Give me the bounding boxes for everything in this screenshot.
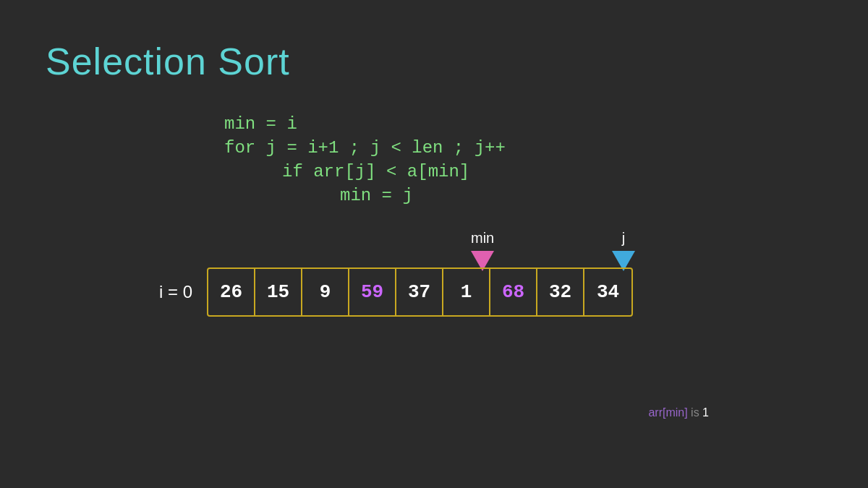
code-text-1: min = i xyxy=(224,114,297,134)
cell-value-6: 68 xyxy=(502,281,524,303)
cell-1: 15 xyxy=(255,269,302,315)
array-container: 26 15 9 59 37 1 68 32 34 xyxy=(207,267,633,317)
cell-value-4: 37 xyxy=(408,281,430,303)
cell-value-1: 15 xyxy=(267,281,289,303)
j-arrow-group: j xyxy=(612,230,635,271)
cell-value-0: 26 xyxy=(220,281,242,303)
annotation: arr[min] is 1 xyxy=(648,406,709,419)
cell-0: 26 xyxy=(208,269,255,315)
code-text-2: for j = i+1 ; j < len ; j++ xyxy=(224,138,506,158)
cell-value-2: 9 xyxy=(320,281,331,303)
cell-4: 37 xyxy=(396,269,443,315)
cell-value-3: 59 xyxy=(361,281,383,303)
cell-5: 1 xyxy=(443,269,490,315)
min-label: min xyxy=(471,230,494,247)
annotation-prefix: arr[min] xyxy=(648,406,687,419)
code-line-4: min = j xyxy=(340,186,506,205)
cell-7: 32 xyxy=(537,269,584,315)
code-line-2: for j = i+1 ; j < len ; j++ xyxy=(224,138,506,158)
cell-6: 68 xyxy=(490,269,537,315)
code-text-4: min = j xyxy=(340,186,413,205)
annotation-is: is xyxy=(688,406,702,419)
code-line-3: if arr[j] < a[min] xyxy=(282,162,506,181)
viz-area: i = 0 26 15 9 59 37 1 68 32 xyxy=(159,267,633,317)
cell-value-5: 1 xyxy=(461,281,472,303)
cell-3: 59 xyxy=(349,269,396,315)
cell-value-7: 32 xyxy=(549,281,571,303)
cell-8: 34 xyxy=(584,269,631,315)
j-label: j xyxy=(622,230,625,247)
i-label: i = 0 xyxy=(159,282,192,302)
cell-2: 9 xyxy=(302,269,349,315)
min-arrow-group: min xyxy=(471,230,494,271)
annotation-value: 1 xyxy=(702,406,709,419)
code-block: min = i for j = i+1 ; j < len ; j++ if a… xyxy=(224,114,506,205)
code-line-1: min = i xyxy=(224,114,506,134)
cell-value-8: 34 xyxy=(597,281,619,303)
code-text-3: if arr[j] < a[min] xyxy=(282,162,469,181)
page-title: Selection Sort xyxy=(46,40,290,83)
